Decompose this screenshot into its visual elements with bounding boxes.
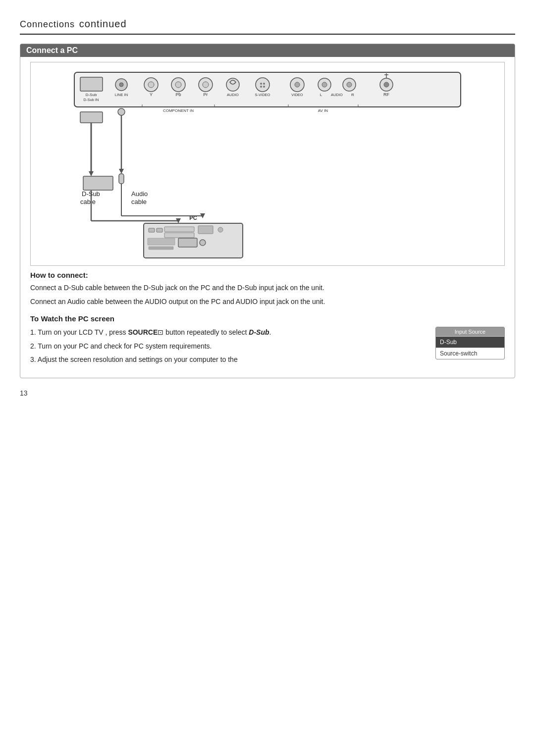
page-title: Connections continued <box>20 15 127 30</box>
svg-text:AUDIO: AUDIO <box>227 93 239 97</box>
svg-text:AUDIO: AUDIO <box>331 93 343 97</box>
svg-text:D-Sub IN: D-Sub IN <box>84 98 99 102</box>
step-1: 1. Turn on your LCD TV , press SOURCE⊡ b… <box>30 327 421 339</box>
svg-point-11 <box>175 82 181 88</box>
svg-rect-69 <box>178 238 197 247</box>
svg-point-35 <box>347 82 352 87</box>
svg-point-25 <box>260 86 262 88</box>
svg-point-43 <box>384 82 389 87</box>
input-source-item-switch[interactable]: Source-switch <box>436 348 504 359</box>
input-source-box: Input Source D-Sub Source-switch <box>435 327 505 359</box>
svg-rect-65 <box>198 226 213 234</box>
watch-title: To Watch the PC screen <box>30 314 505 323</box>
section-header: Connect a PC <box>20 44 515 57</box>
steps-text: 1. Turn on your LCD TV , press SOURCE⊡ b… <box>30 327 421 368</box>
svg-rect-63 <box>164 227 194 232</box>
title-text: Connections <box>20 19 75 29</box>
svg-rect-67 <box>148 238 175 245</box>
steps-area: 1. Turn on your LCD TV , press SOURCE⊡ b… <box>30 327 505 368</box>
svg-point-32 <box>322 82 327 87</box>
svg-text:COMPONENT IN: COMPONENT IN <box>163 108 194 113</box>
svg-point-23 <box>260 83 262 85</box>
svg-point-66 <box>218 227 223 232</box>
subtitle-text: continued <box>79 18 127 29</box>
how-to-line-2: Connect an Audio cable between the AUDIO… <box>30 296 505 307</box>
svg-text:L: L <box>320 93 322 97</box>
svg-rect-64 <box>164 233 194 238</box>
svg-rect-50 <box>83 176 113 190</box>
svg-marker-55 <box>119 169 124 174</box>
svg-point-5 <box>119 83 123 87</box>
svg-point-29 <box>295 82 300 87</box>
svg-point-70 <box>200 240 206 246</box>
svg-text:Pr: Pr <box>204 92 208 97</box>
svg-text:LINE IN: LINE IN <box>115 93 128 97</box>
svg-rect-62 <box>157 228 162 232</box>
input-source-title: Input Source <box>436 327 504 336</box>
svg-rect-47 <box>80 112 103 123</box>
svg-text:AV IN: AV IN <box>318 108 328 113</box>
svg-text:RF: RF <box>383 92 389 97</box>
svg-rect-56 <box>119 174 124 184</box>
step-2: 2. Turn on your PC and check for PC syst… <box>30 341 421 353</box>
step-3: 3. Adjust the screen resolution and sett… <box>30 354 421 366</box>
svg-text:cable: cable <box>80 198 96 205</box>
how-to-title: How to connect: <box>30 271 505 279</box>
svg-text:Audio: Audio <box>131 190 148 198</box>
svg-point-53 <box>118 108 125 115</box>
svg-point-26 <box>263 86 265 88</box>
svg-point-24 <box>263 83 265 85</box>
how-to-line-1: Connect a D-Sub cable between the D-Sub … <box>30 282 505 293</box>
page-header: Connections continued <box>20 15 515 35</box>
svg-rect-68 <box>149 247 173 250</box>
svg-point-8 <box>148 82 154 88</box>
input-source-dsub-label: D-Sub <box>440 339 457 346</box>
svg-point-14 <box>203 82 209 88</box>
svg-container: D-Sub D-Sub IN LINE IN Y Pb <box>36 67 499 260</box>
svg-text:Y: Y <box>150 92 153 97</box>
input-source-switch-label: Source-switch <box>440 350 477 357</box>
svg-text:Pb: Pb <box>175 92 181 97</box>
svg-text:cable: cable <box>131 198 147 205</box>
diagram-area: D-Sub D-Sub IN LINE IN Y Pb <box>30 62 505 266</box>
svg-text:S-VIDEO: S-VIDEO <box>255 93 270 97</box>
svg-point-22 <box>256 78 269 92</box>
svg-text:VIDEO: VIDEO <box>291 93 303 97</box>
svg-rect-61 <box>149 228 155 232</box>
page-number: 13 <box>20 389 515 397</box>
svg-text:D-Sub: D-Sub <box>86 93 97 97</box>
svg-text:R: R <box>351 93 354 97</box>
section-box: Connect a PC D-Sub D-Sub IN LINE IN <box>20 44 515 378</box>
section-header-text: Connect a PC <box>26 46 78 54</box>
connection-diagram: D-Sub D-Sub IN LINE IN Y Pb <box>45 67 490 260</box>
content-area: How to connect: Connect a D-Sub cable be… <box>20 271 515 368</box>
page-container: Connections continued Connect a PC D-Sub… <box>20 15 515 397</box>
svg-rect-1 <box>80 77 103 91</box>
input-source-item-dsub[interactable]: D-Sub <box>436 336 504 348</box>
svg-marker-49 <box>89 171 94 176</box>
